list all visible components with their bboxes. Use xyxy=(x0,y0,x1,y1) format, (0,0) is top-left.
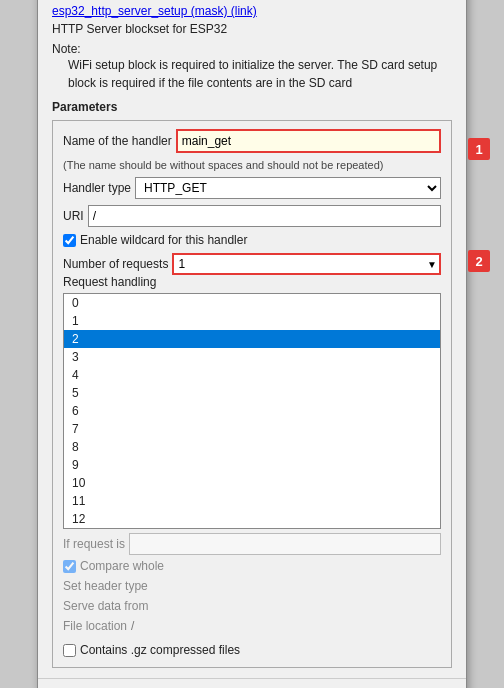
handler-name-label: Name of the handler xyxy=(63,134,172,148)
gz-checkbox[interactable] xyxy=(63,644,76,657)
dropdown-item-2[interactable]: 2 xyxy=(64,330,440,348)
dropdown-item-10[interactable]: 10 xyxy=(64,474,440,492)
wildcard-checkbox[interactable] xyxy=(63,234,76,247)
request-handling-label: Request handling xyxy=(63,275,441,289)
if-request-row: If request is xyxy=(63,533,441,555)
compare-row: Compare whole xyxy=(63,559,441,573)
dropdown-item-1[interactable]: 1 xyxy=(64,312,440,330)
dropdown-list-wrapper: 0 1 2 3 4 5 6 7 8 9 10 11 12 xyxy=(63,293,441,657)
handler-name-row: Name of the handler xyxy=(63,129,441,153)
uri-row: URI xyxy=(63,205,441,227)
file-location-row: File location / xyxy=(63,619,441,633)
params-box: Name of the handler (The name should be … xyxy=(52,120,452,668)
wildcard-row: Enable wildcard for this handler xyxy=(63,233,441,247)
handler-name-input[interactable] xyxy=(178,131,439,151)
dropdown-item-11[interactable]: 11 xyxy=(64,492,440,510)
dropdown-item-4[interactable]: 4 xyxy=(64,366,440,384)
num-requests-select[interactable]: 1 xyxy=(172,253,441,275)
dropdown-item-6[interactable]: 6 xyxy=(64,402,440,420)
dropdown-list: 0 1 2 3 4 5 6 7 8 9 10 11 12 xyxy=(63,293,441,529)
note-label: Note: xyxy=(52,42,81,56)
dropdown-item-8[interactable]: 8 xyxy=(64,438,440,456)
handler-name-input-wrapper xyxy=(176,129,441,153)
dropdown-item-0[interactable]: 0 xyxy=(64,294,440,312)
handler-type-label: Handler type xyxy=(63,181,131,195)
badge-2: 2 xyxy=(468,250,490,272)
obscured-fields: If request is Compare whole Set header t… xyxy=(63,529,441,643)
uri-label: URI xyxy=(63,209,84,223)
num-requests-row: Number of requests 1 ▼ xyxy=(63,253,441,275)
compare-checkbox[interactable] xyxy=(63,560,76,573)
serve-label: Serve data from xyxy=(63,599,148,613)
num-requests-wrapper: 1 ▼ xyxy=(172,253,441,275)
dropdown-item-9[interactable]: 9 xyxy=(64,456,440,474)
set-header-row: Set header type xyxy=(63,579,441,593)
description: HTTP Server blockset for ESP32 xyxy=(52,22,452,36)
wildcard-label: Enable wildcard for this handler xyxy=(80,233,247,247)
num-requests-label: Number of requests xyxy=(63,257,168,271)
dropdown-item-12[interactable]: 12 xyxy=(64,510,440,528)
button-bar: OK Cancel Help Apply xyxy=(38,678,466,688)
dialog-content: esp32_http_server_setup (mask) (link) HT… xyxy=(38,0,466,678)
serve-row: Serve data from xyxy=(63,599,441,613)
note-text: WiFi setup block is required to initiali… xyxy=(52,56,452,92)
handler-type-row: Handler type HTTP_GET xyxy=(63,177,441,199)
dialog: B Block Parameters: HTTP GET Handler ✕ e… xyxy=(37,0,467,688)
if-request-input[interactable] xyxy=(129,533,441,555)
badge-1: 1 xyxy=(468,138,490,160)
dropdown-item-7[interactable]: 7 xyxy=(64,420,440,438)
handler-type-select[interactable]: HTTP_GET xyxy=(135,177,441,199)
uri-input[interactable] xyxy=(88,205,441,227)
note-section: Note: WiFi setup block is required to in… xyxy=(52,42,452,92)
gz-row: Contains .gz compressed files xyxy=(63,643,441,657)
gz-label: Contains .gz compressed files xyxy=(80,643,240,657)
file-location-value: / xyxy=(131,619,134,633)
params-label: Parameters xyxy=(52,100,452,114)
mask-link[interactable]: esp32_http_server_setup (mask) (link) xyxy=(52,4,452,18)
params-wrapper: Name of the handler (The name should be … xyxy=(52,120,452,668)
dropdown-item-5[interactable]: 5 xyxy=(64,384,440,402)
if-request-label: If request is xyxy=(63,537,125,551)
file-location-label: File location xyxy=(63,619,127,633)
compare-label: Compare whole xyxy=(80,559,164,573)
dropdown-item-3[interactable]: 3 xyxy=(64,348,440,366)
handler-name-hint: (The name should be without spaces and s… xyxy=(63,159,441,171)
set-header-label: Set header type xyxy=(63,579,148,593)
